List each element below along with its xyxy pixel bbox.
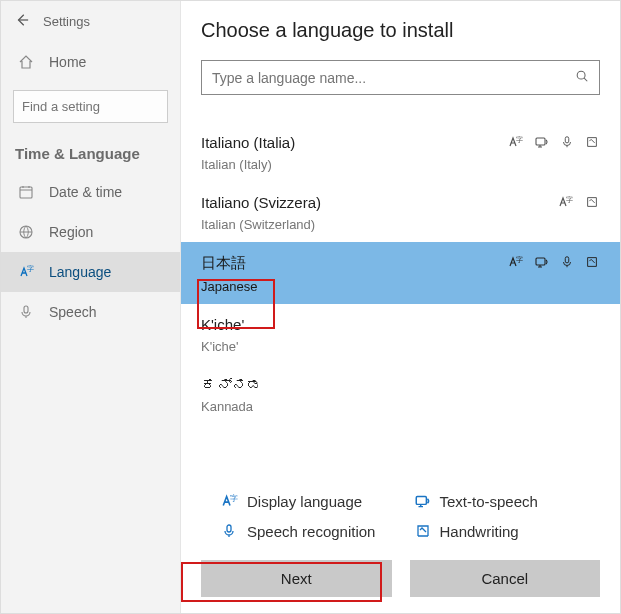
language-feature-icons: 字: [558, 194, 600, 213]
legend-label: Speech recognition: [247, 523, 375, 540]
language-native-name: 日本語: [201, 254, 508, 273]
svg-rect-10: [536, 258, 545, 265]
svg-rect-7: [565, 137, 569, 143]
language-feature-icons: 字: [508, 254, 600, 273]
language-row-selected[interactable]: 日本語 Japanese 字: [181, 242, 620, 304]
sidebar-item-language[interactable]: 字 Language: [1, 252, 180, 292]
sidebar-item-region[interactable]: Region: [1, 212, 180, 252]
display-language-icon: 字: [221, 492, 247, 510]
text-to-speech-icon: [534, 254, 550, 273]
page-title: Choose a language to install: [201, 19, 600, 42]
language-row-truncated[interactable]: .: [181, 103, 620, 122]
svg-text:字: 字: [230, 494, 238, 503]
language-native-name: Italiano (Italia): [201, 134, 508, 151]
text-to-speech-icon: [414, 492, 440, 510]
home-label: Home: [49, 54, 86, 70]
language-search[interactable]: [201, 60, 600, 95]
language-native-name: Italiano (Svizzera): [201, 194, 558, 211]
sidebar: Settings Home Time & Language Date & tim…: [1, 1, 181, 613]
handwriting-icon: [414, 523, 440, 539]
legend-label: Text-to-speech: [440, 493, 538, 510]
legend-display: 字 Display language: [221, 492, 404, 510]
sidebar-item-label: Language: [49, 264, 111, 280]
svg-rect-14: [227, 525, 231, 532]
sidebar-item-label: Date & time: [49, 184, 122, 200]
display-language-icon: 字: [558, 194, 574, 213]
back-label: Settings: [43, 14, 90, 29]
legend-speech: Speech recognition: [221, 522, 404, 540]
legend-label: Display language: [247, 493, 362, 510]
language-english-name: Italian (Italy): [201, 157, 508, 172]
display-language-icon: 字: [508, 134, 524, 153]
language-search-input[interactable]: [212, 70, 575, 86]
svg-rect-0: [20, 187, 32, 198]
handwriting-icon: [584, 255, 600, 272]
search-icon: [575, 69, 589, 86]
sidebar-item-speech[interactable]: Speech: [1, 292, 180, 332]
language-row[interactable]: K'iche' K'iche': [181, 304, 620, 364]
svg-rect-11: [565, 257, 569, 263]
sidebar-home[interactable]: Home: [1, 42, 180, 82]
language-english-name: Japanese: [201, 279, 508, 294]
handwriting-icon: [584, 135, 600, 152]
sidebar-search-input[interactable]: [13, 90, 168, 123]
svg-text:字: 字: [566, 196, 573, 203]
legend-label: Handwriting: [440, 523, 519, 540]
language-english-name: K'iche': [201, 339, 600, 354]
svg-rect-3: [24, 306, 28, 313]
dialog-footer: Next Cancel: [201, 554, 600, 613]
svg-text:字: 字: [27, 265, 34, 272]
svg-text:字: 字: [516, 136, 523, 143]
language-row[interactable]: Italiano (Svizzera) Italian (Switzerland…: [181, 182, 620, 242]
language-english-name: Kannada: [201, 399, 600, 414]
microphone-icon: [15, 304, 37, 320]
language-feature-icons: 字: [508, 134, 600, 153]
language-list: . Italiano (Italia) Italian (Italy) 字 It…: [181, 103, 620, 478]
speech-recognition-icon: [221, 522, 247, 540]
language-row[interactable]: ಕನ್ನಡ Kannada: [181, 364, 620, 424]
next-button[interactable]: Next: [201, 560, 392, 597]
svg-rect-6: [536, 138, 545, 145]
main-panel: Choose a language to install . Italiano …: [181, 1, 620, 613]
language-row[interactable]: Italiano (Italia) Italian (Italy) 字: [181, 122, 620, 182]
legend-handwriting: Handwriting: [414, 522, 597, 540]
speech-recognition-icon: [560, 254, 574, 273]
back-arrow-icon: [15, 13, 29, 30]
sidebar-item-label: Region: [49, 224, 93, 240]
sidebar-search[interactable]: [13, 90, 168, 123]
cancel-button[interactable]: Cancel: [410, 560, 601, 597]
language-english-name: Italian (Switzerland): [201, 217, 558, 232]
language-icon: 字: [15, 264, 37, 280]
language-native-name: K'iche': [201, 316, 600, 333]
speech-recognition-icon: [560, 134, 574, 153]
back-header[interactable]: Settings: [1, 1, 180, 42]
handwriting-icon: [584, 195, 600, 212]
sidebar-section-title: Time & Language: [1, 135, 180, 172]
globe-icon: [15, 224, 37, 240]
legend-tts: Text-to-speech: [414, 492, 597, 510]
feature-legend: 字 Display language Text-to-speech Speech…: [201, 478, 600, 554]
svg-point-4: [577, 71, 585, 79]
text-to-speech-icon: [534, 134, 550, 153]
svg-rect-13: [416, 497, 426, 505]
sidebar-item-datetime[interactable]: Date & time: [1, 172, 180, 212]
display-language-icon: 字: [508, 254, 524, 273]
svg-text:字: 字: [516, 256, 523, 263]
language-native-name: ಕನ್ನಡ: [201, 376, 600, 393]
calendar-clock-icon: [15, 184, 37, 200]
home-icon: [15, 54, 37, 70]
sidebar-item-label: Speech: [49, 304, 96, 320]
